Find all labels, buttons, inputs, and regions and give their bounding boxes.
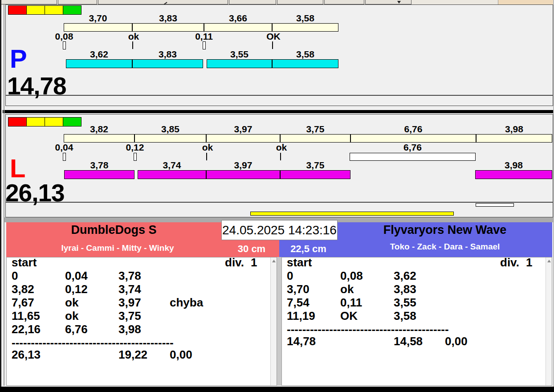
total-penalty: 0,00 [170,349,192,360]
fault-label: 6,76 [391,143,435,152]
timing-app-window: P 14,78 L 26,13 DumbleDogs S Iyrai - Cam… [0,0,554,392]
table-cell: 7,54 [287,297,310,308]
division-value: 1 [526,257,532,268]
fault-marker-box [63,153,66,161]
chevron-down-icon [397,1,401,4]
split-value-label: 3,70 [76,13,120,23]
window-inner-edge [4,4,4,386]
split-value-label: 3,98 [492,160,536,170]
table-cell: 0,11 [340,297,362,308]
total-penalty: 0,00 [445,335,468,347]
fault-marker-box [63,41,66,49]
dashed-separator: ----------------------------------------… [287,323,449,335]
scroll-up-icon[interactable] [547,260,551,262]
toolbar-button[interactable] [365,0,411,4]
table-gap [277,257,281,386]
table-cell: 22,16 [12,323,41,335]
split-value-label: 3,55 [217,49,262,59]
split-value-label: 3,75 [293,124,338,134]
lane-p-letter: P [10,47,27,70]
fault-marker-line [272,41,273,49]
table-cell: 3,75 [118,310,141,322]
fault-marker-line [132,41,133,49]
table-cell: 0 [287,270,293,282]
toolbar-button[interactable] [277,0,323,4]
table-cell: 0,12 [65,283,88,295]
split-bar-segment [204,23,272,32]
fault-label: 0,04 [42,143,86,152]
traffic-light-yellow2 [45,117,63,127]
split-bar-segment [272,23,338,32]
split-value-label: 3,82 [77,124,122,134]
lane-bar-segment [475,170,552,179]
dog-names-right: Toko - Zack - Dara - Samael [338,242,552,252]
panel-divider [3,110,554,113]
table-right-scrollbar[interactable] [546,257,552,385]
dashed-separator: ----------------------------------------… [12,337,174,348]
lane-p-total: 14,78 [7,75,66,97]
fault-marker-wide-box [350,153,476,161]
lane-bar-segment [272,59,338,68]
split-bar-segment [134,134,206,143]
lane-bar-segment [132,59,203,68]
traffic-light-yellow1 [26,5,45,15]
division-value: 1 [251,257,257,268]
split-value-label: 3,74 [150,160,194,170]
scroll-up-icon[interactable] [272,260,276,262]
traffic-light-yellow1 [26,117,45,127]
start-label: start [287,257,312,268]
total-clean-time: 14,58 [394,335,423,347]
division-label: div. [500,257,519,268]
split-value-label: 3,83 [146,13,191,23]
fault-note: chyba [170,297,203,308]
fault-label: OK [251,32,296,41]
table-cell: 3,55 [394,297,416,308]
traffic-light-red [8,5,27,15]
results-table-left [6,257,277,386]
table-cell: 3,62 [394,270,416,282]
table-left-scrollbar[interactable] [270,257,277,385]
table-cell: ok [340,283,354,295]
lane-bar-segment [66,59,132,68]
fault-label: 0,12 [113,143,157,152]
progress-bar-yellow [250,212,454,216]
split-bar-segment [280,134,350,143]
lane-bar-segment [206,170,280,179]
team-name-left: DumbleDogs S [6,223,221,237]
table-cell: 3,78 [118,270,141,282]
window-left-edge [0,0,1,392]
total-time: 14,78 [287,335,316,347]
split-value-label: 3,58 [283,13,328,23]
split-bar-segment [64,23,132,32]
toolbar-button[interactable] [1,0,57,4]
results-table-right [281,257,552,386]
toolbar-button[interactable] [324,0,364,4]
toolbar-button[interactable] [229,0,276,4]
lane-bar-segment [138,170,206,179]
total-clean-time: 19,22 [118,349,147,360]
jump-height-left: 30 cm [223,244,281,254]
split-value-label: 3,97 [221,124,265,134]
p-panel-status-strip [5,95,553,106]
start-label: start [12,257,37,268]
table-cell: 0,08 [340,270,363,282]
table-cell: 11,19 [287,310,315,322]
table-cell: 3,74 [118,283,141,295]
split-value-label: 3,58 [283,49,328,59]
toolbar-button[interactable] [58,0,97,4]
table-cell: ok [65,297,78,308]
dog-names-left: Iyrai - Cammi - Mitty - Winky [6,243,229,253]
split-value-label: 3,75 [293,160,338,170]
table-cell: 3,70 [287,283,310,295]
split-value-label: 3,83 [146,49,190,59]
split-bar-segment [476,134,552,143]
split-value-label: 3,85 [148,124,193,134]
fault-label: 0,08 [42,32,86,41]
split-value-label: 3,97 [221,160,265,170]
table-cell: OK [340,310,358,322]
window-bottom-bar [0,387,554,392]
table-cell: 0,04 [65,270,88,282]
table-cell: 3,83 [394,283,416,295]
split-value-label: 3,78 [77,160,122,170]
status-white-box [476,203,514,207]
